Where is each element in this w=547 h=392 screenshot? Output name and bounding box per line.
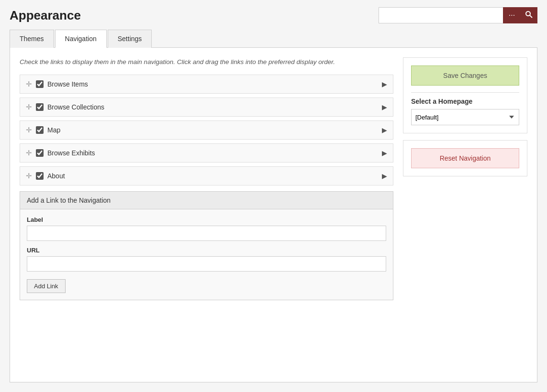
nav-item-browse-items[interactable]: ✛ Browse Items ▶: [20, 75, 393, 94]
nav-item-label-browse-exhibits: Browse Exhibits: [47, 149, 382, 157]
nav-item-label-map: Map: [47, 126, 382, 134]
homepage-select[interactable]: [Default]: [411, 109, 519, 125]
drag-handle-browse-items: ✛: [26, 80, 32, 88]
tab-navigation[interactable]: Navigation: [55, 30, 107, 48]
add-link-button[interactable]: Add Link: [27, 279, 66, 293]
drag-handle-map: ✛: [26, 126, 32, 134]
label-form-group: Label: [27, 216, 386, 241]
label-field-label: Label: [27, 216, 386, 223]
nav-item-browse-collections[interactable]: ✛ Browse Collections ▶: [20, 98, 393, 117]
drag-handle-browse-collections: ✛: [26, 103, 32, 111]
arrow-about: ▶: [382, 172, 387, 180]
tabs-row: Themes Navigation Settings: [10, 29, 537, 48]
drag-handle-about: ✛: [26, 172, 32, 180]
header-row: Appearance ···: [10, 7, 537, 23]
tab-themes[interactable]: Themes: [10, 30, 54, 48]
search-submit-button[interactable]: [520, 7, 537, 23]
page-title: Appearance: [10, 8, 81, 23]
nav-item-label-browse-collections: Browse Collections: [47, 103, 382, 111]
add-link-section: Add a Link to the Navigation Label URL A…: [20, 191, 393, 300]
checkbox-about[interactable]: [36, 172, 44, 180]
right-panel: Save Changes Select a Homepage [Default]…: [403, 57, 527, 183]
nav-item-map[interactable]: ✛ Map ▶: [20, 120, 393, 140]
url-field-input[interactable]: [27, 256, 386, 272]
search-dots-button[interactable]: ···: [503, 7, 520, 23]
reset-navigation-button[interactable]: Reset Navigation: [411, 148, 519, 168]
nav-item-label-browse-items: Browse Items: [47, 80, 382, 88]
arrow-map: ▶: [382, 126, 387, 134]
checkbox-browse-items[interactable]: [36, 80, 44, 88]
search-bar: ···: [379, 7, 537, 23]
left-panel: Check the links to display them in the m…: [20, 57, 393, 300]
tab-settings[interactable]: Settings: [108, 30, 152, 48]
save-changes-button[interactable]: Save Changes: [411, 65, 519, 86]
save-changes-card: Save Changes Select a Homepage [Default]: [403, 57, 527, 133]
search-icon: [525, 11, 533, 20]
main-content: Check the links to display them in the m…: [10, 48, 537, 382]
nav-item-browse-exhibits[interactable]: ✛ Browse Exhibits ▶: [20, 143, 393, 163]
nav-item-label-about: About: [47, 172, 382, 180]
select-homepage-label: Select a Homepage: [411, 98, 519, 105]
drag-handle-browse-exhibits: ✛: [26, 149, 32, 157]
label-field-input[interactable]: [27, 226, 386, 241]
instructions-text: Check the links to display them in the m…: [20, 57, 393, 67]
add-link-body: Label URL Add Link: [20, 209, 393, 300]
nav-item-about[interactable]: ✛ About ▶: [20, 166, 393, 185]
arrow-browse-items: ▶: [382, 80, 387, 88]
checkbox-browse-exhibits[interactable]: [36, 149, 44, 157]
checkbox-map[interactable]: [36, 126, 44, 134]
url-field-label: URL: [27, 247, 386, 254]
add-link-header: Add a Link to the Navigation: [20, 192, 393, 209]
svg-line-1: [530, 15, 532, 18]
url-form-group: URL: [27, 247, 386, 272]
search-input[interactable]: [379, 7, 503, 23]
page-wrapper: Appearance ··· Themes Navigation: [0, 0, 547, 392]
nav-items-list: ✛ Browse Items ▶ ✛ Browse Collections ▶ …: [20, 75, 393, 185]
dots-icon: ···: [509, 11, 515, 20]
checkbox-browse-collections[interactable]: [36, 103, 44, 111]
reset-navigation-card: Reset Navigation: [403, 140, 527, 176]
arrow-browse-collections: ▶: [382, 103, 387, 111]
divider: [411, 92, 519, 93]
svg-point-0: [526, 11, 530, 16]
arrow-browse-exhibits: ▶: [382, 149, 387, 157]
